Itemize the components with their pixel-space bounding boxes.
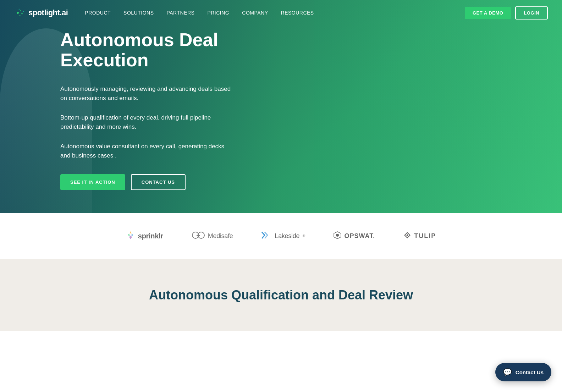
svg-point-11 <box>336 234 339 237</box>
navbar: spotlight.ai PRODUCT SOLUTIONS PARTNERS … <box>0 0 562 26</box>
brand-name: spotlight.ai <box>28 8 68 17</box>
sprinklr-icon <box>126 231 135 242</box>
sprinklr-label: sprinklr <box>138 232 163 240</box>
nav-link-company[interactable]: COMPANY <box>242 10 268 16</box>
nav-link-pricing[interactable]: PRICING <box>207 10 229 16</box>
svg-point-0 <box>17 12 19 14</box>
hero-bullet-2: Bottom-up qualification of every deal, d… <box>60 113 234 131</box>
opswat-label: OPSWAT. <box>344 232 375 240</box>
svg-point-3 <box>19 15 21 16</box>
hero-bullet-2-text: Bottom-up qualification of every deal, d… <box>60 113 234 131</box>
logo-lakeside: Lakeside ® <box>261 231 305 241</box>
hero-bullet-3-text: Autonomous value consultant on every cal… <box>60 142 234 160</box>
logos-strip: sprinklr Medisafe Lakeside ® <box>0 213 562 259</box>
lakeside-icon <box>261 231 271 241</box>
nav-link-solutions[interactable]: SOLUTIONS <box>123 10 154 16</box>
lakeside-label: Lakeside <box>275 232 299 240</box>
nav-links: PRODUCT SOLUTIONS PARTNERS PRICING COMPA… <box>85 10 465 16</box>
tulip-icon <box>403 231 411 241</box>
svg-point-5 <box>19 9 20 10</box>
opswat-icon <box>334 231 341 241</box>
login-button[interactable]: LOGIN <box>515 6 548 20</box>
section-qualification: Autonomous Qualification and Deal Review <box>0 259 562 331</box>
nav-link-product[interactable]: PRODUCT <box>85 10 111 16</box>
nav-link-resources[interactable]: RESOURCES <box>281 10 314 16</box>
logo[interactable]: spotlight.ai <box>14 7 68 18</box>
see-it-in-action-button[interactable]: SEE IT IN ACTION <box>60 174 125 190</box>
svg-point-4 <box>23 11 24 12</box>
svg-point-2 <box>21 13 23 15</box>
nav-actions: GET A DEMO LOGIN <box>465 6 548 20</box>
nav-link-partners[interactable]: PARTNERS <box>166 10 194 16</box>
hero-section: Autonomous Deal Execution Autonomously m… <box>0 0 562 213</box>
hero-bullet-3: Autonomous value consultant on every cal… <box>60 142 234 160</box>
logo-opswat: OPSWAT. <box>334 231 375 241</box>
get-demo-button[interactable]: GET A DEMO <box>465 7 511 19</box>
svg-point-1 <box>20 10 21 11</box>
logo-tulip: TULIP <box>403 231 436 241</box>
contact-us-hero-button[interactable]: CONTACT US <box>131 174 186 190</box>
people-silhouette <box>314 0 562 213</box>
hero-title: Autonomous Deal Execution <box>60 30 234 70</box>
logo-sprinklr: sprinklr <box>126 231 163 242</box>
hero-content: Autonomous Deal Execution Autonomously m… <box>0 30 305 190</box>
hero-bullet-1-text: Autonomously managing, reviewing and adv… <box>60 84 234 103</box>
hero-bullet-1: Autonomously managing, reviewing and adv… <box>60 84 234 103</box>
medisafe-label: Medisafe <box>208 232 233 240</box>
hero-actions: SEE IT IN ACTION CONTACT US <box>60 174 234 190</box>
medisafe-icon <box>192 231 205 241</box>
section-2-title: Autonomous Qualification and Deal Review <box>43 288 519 303</box>
svg-rect-9 <box>197 235 200 236</box>
logo-medisafe: Medisafe <box>192 231 233 241</box>
tulip-label: TULIP <box>414 232 436 240</box>
